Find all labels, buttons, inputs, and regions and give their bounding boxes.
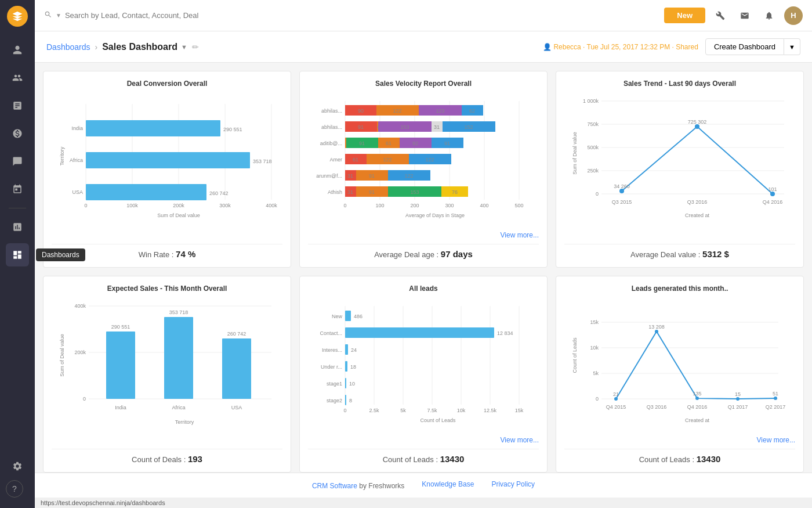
svg-text:101: 101 [768,186,777,192]
search-area: ▼ [44,10,664,21]
footer-crm: CRM Software by Freshworks [312,480,404,491]
svg-text:21: 21 [613,391,619,397]
svg-text:24: 24 [351,347,357,353]
card1-footer: Win Rate : 74 % [52,244,282,259]
svg-point-174 [614,397,618,401]
svg-text:153: 153 [400,124,409,130]
svg-text:Sum of Deal value: Sum of Deal value [59,334,65,377]
card2-chart: Average of Days in Stage 0 100 200 300 4… [308,92,539,229]
svg-point-178 [774,397,777,400]
breadcrumb-parent-link[interactable]: Dashboards [46,42,90,52]
svg-text:500: 500 [514,203,523,208]
sidebar-item-reports[interactable] [6,94,29,117]
main-content: ▼ New H Dashboards › Sales Dashboard ▼ ✏ [35,0,812,508]
card4-title: Expected Sales - This Month Overall [52,284,282,293]
card6-view-more[interactable]: View more... [564,436,795,444]
card3-chart: Sum of Deal value Created at 0 250k 500k… [564,92,795,239]
card2-title: Sales Velocity Report Overall [308,80,539,88]
card-expected-sales: Expected Sales - This Month Overall Sum … [43,276,291,473]
sidebar-item-deals[interactable] [6,122,29,145]
card5-title: All leads [308,284,539,293]
svg-text:0: 0 [343,408,346,413]
svg-text:New: New [332,314,343,319]
sidebar-item-contacts[interactable] [6,38,29,62]
create-dashboard-button[interactable]: Create Dashboard [705,38,784,55]
crm-link[interactable]: CRM Software [312,482,357,490]
card6-footer-value: 13430 [697,454,721,464]
breadcrumb-current[interactable]: Sales Dashboard ▼ [102,42,187,52]
mail-icon[interactable] [735,6,754,25]
card2-view-more[interactable]: View more... [308,231,539,239]
dashboard-dropdown-icon[interactable]: ▼ [181,44,187,51]
svg-text:Contact...: Contact... [320,330,342,336]
svg-text:stage1: stage1 [327,381,342,387]
sidebar-divider [9,208,26,208]
svg-text:abhilas...: abhilas... [321,108,342,114]
svg-text:13 208: 13 208 [648,324,665,330]
svg-rect-142 [345,311,351,321]
sidebar-item-settings[interactable] [6,455,29,478]
svg-text:300k: 300k [219,203,231,208]
card6-footer: Count of Leads : 13430 [564,449,795,464]
knowledge-base-link[interactable]: Knowledge Base [422,480,474,491]
svg-text:Interes...: Interes... [322,347,342,353]
svg-text:8: 8 [349,398,352,403]
topbar-actions: New H [664,6,803,25]
svg-text:5k: 5k [400,408,406,413]
svg-text:0: 0 [596,396,599,402]
topbar: ▼ New H [35,0,812,31]
svg-rect-145 [345,327,494,338]
svg-text:31: 31 [434,124,440,130]
create-dashboard-dropdown[interactable]: ▼ [784,38,800,55]
avatar[interactable]: H [784,6,803,25]
svg-text:12 834: 12 834 [497,330,513,336]
svg-text:Q3 2015: Q3 2015 [612,199,632,205]
svg-text:122: 122 [383,157,392,163]
sidebar-item-conversations[interactable] [6,150,29,173]
svg-text:Q3 2016: Q3 2016 [687,199,708,205]
card-sales-velocity: Sales Velocity Report Overall Average of… [299,71,548,268]
svg-text:290 551: 290 551 [223,127,242,132]
svg-text:486: 486 [354,314,362,319]
tools-icon[interactable] [711,6,730,25]
svg-text:122: 122 [393,108,401,114]
svg-rect-15 [86,120,220,136]
search-input[interactable] [65,11,216,20]
sidebar-item-accounts[interactable] [6,66,29,89]
privacy-policy-link[interactable]: Privacy Policy [491,480,535,491]
svg-text:34 260: 34 260 [614,183,630,189]
svg-text:Territory: Territory [175,419,194,425]
card1-footer-label: Win Rate : [139,250,176,259]
svg-text:51: 51 [773,391,778,397]
app-logo[interactable] [7,6,28,27]
notifications-icon[interactable] [760,6,778,25]
svg-text:400: 400 [480,203,488,208]
new-button[interactable]: New [664,8,705,23]
svg-text:5k: 5k [593,370,599,376]
edit-icon[interactable]: ✏ [192,42,199,52]
svg-text:Count of Leads: Count of Leads [572,337,578,373]
card4-footer: Count of Deals : 193 [52,449,282,464]
sidebar-item-calendar[interactable] [6,178,29,201]
svg-text:abhilas...: abhilas... [321,124,342,130]
sidebar-item-dashboards[interactable]: Dashboards [6,243,29,266]
search-icon [44,10,52,21]
sidebar-item-help[interactable]: ? [6,480,23,498]
search-dropdown-icon[interactable]: ▼ [56,12,61,19]
svg-text:90: 90 [358,108,364,114]
svg-text:0: 0 [83,396,86,402]
svg-text:91: 91 [369,173,375,179]
svg-text:61: 61 [386,140,392,146]
card5-view-more[interactable]: View more... [308,436,539,444]
card1-chart: Territory Sum of Deal value 0 100k 200k … [52,92,282,239]
svg-text:31: 31 [347,189,353,195]
svg-text:Athish: Athish [328,189,342,195]
user-icon: 👤 [543,43,552,51]
svg-text:Q4 2015: Q4 2015 [606,404,626,410]
svg-rect-17 [86,152,250,168]
sidebar-item-analytics[interactable] [6,215,29,239]
card2-footer-label: Average Deal age : [374,250,441,259]
user-details: Rebecca · Tue Jul 25, 2017 12:32 PM · Sh… [553,43,698,51]
card6-chart: Count of Leads Created at 0 5k 10k 15k Q… [564,297,795,434]
svg-text:1 000k: 1 000k [583,98,599,104]
